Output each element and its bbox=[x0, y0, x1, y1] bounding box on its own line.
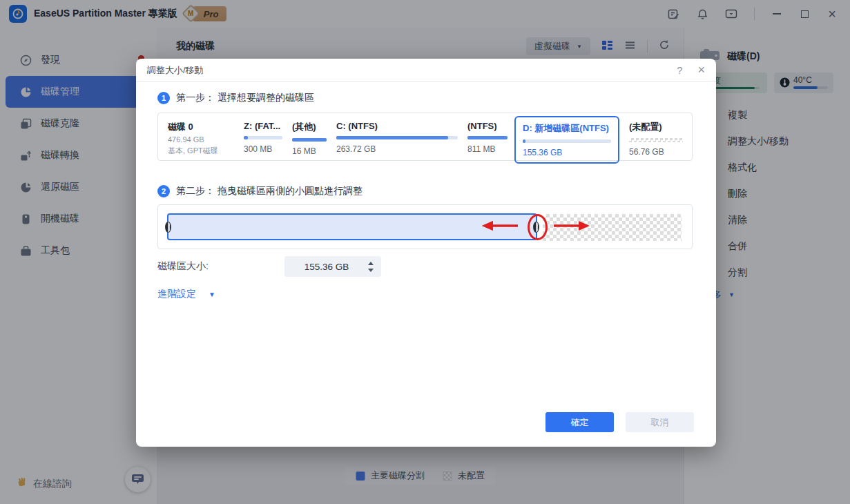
dialog-close-icon[interactable]: × bbox=[697, 63, 705, 77]
size-stepper[interactable] bbox=[363, 262, 378, 272]
stepper-down-icon[interactable] bbox=[368, 269, 374, 272]
dialog-title: 調整大小/移動 bbox=[147, 64, 204, 77]
chevron-down-icon: ▼ bbox=[209, 291, 215, 298]
resize-slider bbox=[157, 204, 693, 249]
slider-track bbox=[167, 213, 682, 240]
step1-number: 1 bbox=[157, 92, 170, 104]
disk-info: 磁碟 0 476.94 GB 基本, GPT磁碟 bbox=[168, 121, 234, 156]
partition-size-input[interactable]: 155.36 GB bbox=[284, 256, 381, 277]
help-icon[interactable]: ? bbox=[677, 64, 682, 76]
step1-text: 第一步： 選擇想要調整的磁碟區 bbox=[176, 92, 314, 104]
partition-item-ntfs[interactable]: (NTFS) 811 MB bbox=[467, 121, 508, 154]
step2-number: 2 bbox=[157, 185, 170, 197]
unallocated-bar bbox=[629, 138, 683, 142]
disk-type: 基本, GPT磁碟 bbox=[168, 146, 234, 156]
drag-right-arrow-icon bbox=[554, 220, 590, 235]
cancel-button[interactable]: 取消 bbox=[626, 412, 694, 432]
partition-size-row: 磁碟區大小: 155.36 GB bbox=[157, 260, 209, 273]
dialog-footer: 確定 取消 bbox=[136, 412, 716, 432]
usage-bar bbox=[292, 138, 327, 142]
disk-name: 磁碟 0 bbox=[168, 121, 234, 133]
stepper-up-icon[interactable] bbox=[368, 262, 374, 265]
step2-text: 第二步： 拖曳磁碟區兩側的小圓點進行調整 bbox=[176, 185, 363, 197]
advanced-settings-label: 進階設定 bbox=[157, 288, 196, 300]
partition-item-other[interactable]: (其他) 16 MB bbox=[292, 121, 327, 156]
partition-region[interactable] bbox=[167, 213, 537, 240]
advanced-settings-link[interactable]: 進階設定 ▼ bbox=[157, 288, 215, 300]
partition-item-c[interactable]: C: (NTFS) 263.72 GB bbox=[336, 121, 458, 154]
usage-bar bbox=[336, 136, 458, 139]
dialog-header: 調整大小/移動 ? × bbox=[136, 59, 716, 82]
usage-bar bbox=[523, 139, 611, 143]
usage-bar bbox=[467, 136, 508, 139]
step1-row: 1 第一步： 選擇想要調整的磁碟區 bbox=[157, 92, 314, 104]
ok-button[interactable]: 確定 bbox=[545, 412, 614, 432]
left-resize-handle[interactable] bbox=[165, 222, 171, 233]
usage-bar bbox=[244, 136, 282, 139]
partition-item-z[interactable]: Z: (FAT... 300 MB bbox=[244, 121, 282, 154]
partition-selector: 磁碟 0 476.94 GB 基本, GPT磁碟 Z: (FAT... 300 … bbox=[157, 113, 693, 161]
partition-size-value: 155.36 GB bbox=[284, 262, 363, 272]
partition-item-d-selected[interactable]: D: 新增磁碟區(NTFS) 155.36 GB bbox=[514, 116, 619, 164]
resize-move-dialog: 調整大小/移動 ? × 1 第一步： 選擇想要調整的磁碟區 磁碟 0 476.9… bbox=[136, 59, 716, 447]
partition-size-label: 磁碟區大小: bbox=[157, 260, 209, 273]
disk-capacity: 476.94 GB bbox=[168, 135, 234, 144]
step2-row: 2 第二步： 拖曳磁碟區兩側的小圓點進行調整 bbox=[157, 185, 363, 197]
right-resize-handle[interactable] bbox=[533, 222, 539, 233]
partition-item-unallocated[interactable]: (未配置) 56.76 GB bbox=[629, 121, 683, 157]
drag-left-arrow-icon bbox=[482, 220, 518, 235]
